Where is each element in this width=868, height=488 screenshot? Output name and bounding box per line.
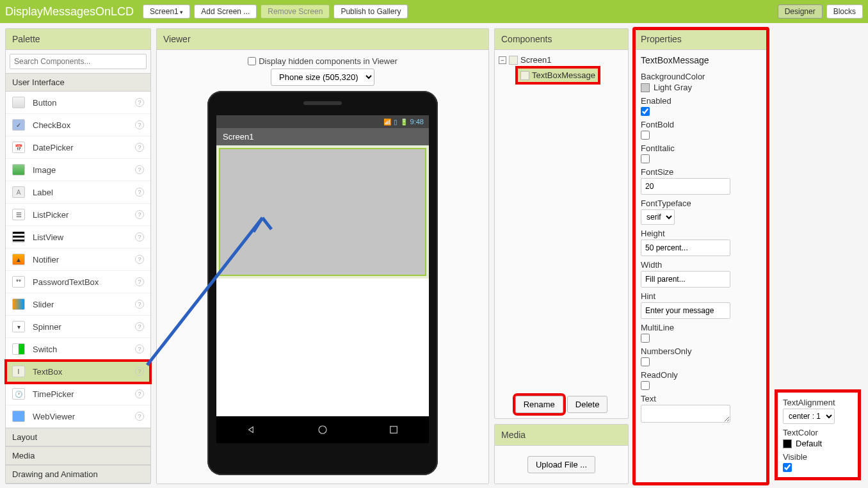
palette-item-checkbox[interactable]: ✓CheckBox? (6, 114, 150, 136)
designer-tab[interactable]: Designer (778, 4, 823, 19)
category-drawing[interactable]: Drawing and Animation (6, 465, 150, 484)
display-hidden-label: Display hidden components in Viewer (259, 56, 398, 66)
properties-header: Properties (634, 29, 768, 50)
palette-item-slider[interactable]: Slider? (6, 293, 150, 316)
palette-item-listpicker[interactable]: ☰ListPicker? (6, 204, 150, 226)
help-icon[interactable]: ? (135, 232, 144, 241)
help-icon[interactable]: ? (135, 412, 144, 421)
palette-panel: Palette User Interface Button? ✓CheckBox… (5, 28, 151, 484)
prop-text: Text (641, 394, 761, 423)
tree-label: Screen1 (520, 55, 551, 65)
notifier-icon: ▲ (12, 254, 25, 265)
help-icon[interactable]: ? (135, 255, 144, 264)
display-hidden-checkbox[interactable]: Display hidden components in Viewer (248, 56, 398, 66)
enabled-checkbox[interactable] (641, 107, 650, 116)
tree-row-textboxmessage[interactable]: TextBoxMessage (518, 69, 598, 82)
rename-button[interactable]: Rename (515, 396, 563, 413)
palette-item-datepicker[interactable]: 📅DatePicker? (6, 136, 150, 159)
textalignment-select[interactable]: center : 1 (783, 409, 835, 424)
palette-item-listview[interactable]: ListView? (6, 226, 150, 248)
prop-label: Height (641, 229, 761, 238)
add-screen-button[interactable]: Add Screen ... (194, 4, 257, 19)
palette-label: DatePicker (33, 143, 74, 152)
palette-item-notifier[interactable]: ▲Notifier? (6, 248, 150, 271)
prop-multiline: MultiLine (641, 323, 761, 343)
tree-collapse-icon[interactable]: − (499, 56, 506, 64)
tree-label: TextBoxMessage (532, 70, 595, 80)
fonttypeface-select[interactable]: serif (641, 209, 675, 225)
readonly-checkbox[interactable] (641, 381, 650, 390)
height-input[interactable] (641, 240, 730, 256)
text-input[interactable] (641, 405, 730, 423)
hint-input[interactable] (641, 302, 730, 319)
help-icon[interactable]: ? (135, 322, 144, 331)
palette-item-spinner[interactable]: ▾Spinner? (6, 316, 150, 338)
category-media[interactable]: Media (6, 446, 150, 465)
prop-backgroundcolor: BackgroundColor Light Gray (641, 72, 761, 92)
svg-point-0 (319, 426, 326, 434)
media-header: Media (495, 425, 628, 446)
help-icon[interactable]: ? (135, 345, 144, 354)
prop-fontbold: FontBold (641, 120, 761, 140)
publish-button[interactable]: Publish to Gallery (334, 4, 408, 19)
numbersonly-checkbox[interactable] (641, 357, 650, 366)
palette-label: Label (33, 188, 53, 197)
screen-dropdown[interactable]: Screen1 (143, 4, 190, 19)
palette-item-passwordtextbox[interactable]: **PasswordTextBox? (6, 271, 150, 293)
palette-item-switch[interactable]: Switch? (6, 338, 150, 361)
phone-navbar (216, 416, 429, 443)
help-icon[interactable]: ? (135, 143, 144, 152)
visible-checkbox[interactable] (783, 463, 792, 472)
search-components-input[interactable] (10, 54, 147, 69)
delete-button[interactable]: Delete (567, 396, 608, 413)
phone-mockup: 📶 ▯ 🔋 9:48 Screen1 (207, 91, 438, 475)
palette-item-timepicker[interactable]: 🕐TimePicker? (6, 383, 150, 405)
palette-label: CheckBox (33, 120, 70, 130)
category-layout[interactable]: Layout (6, 428, 150, 446)
display-hidden-input[interactable] (248, 57, 256, 65)
prop-hint: Hint (641, 291, 761, 319)
tree-row-screen1[interactable]: − Screen1 (499, 54, 624, 66)
palette-item-webviewer[interactable]: WebViewer? (6, 405, 150, 428)
upload-file-button[interactable]: Upload File ... (527, 456, 595, 473)
fontbold-checkbox[interactable] (641, 131, 650, 140)
signal-icon: ▯ (394, 118, 398, 126)
prop-label: FontItalic (641, 143, 761, 153)
blocks-tab[interactable]: Blocks (826, 4, 863, 19)
help-icon[interactable]: ? (135, 165, 144, 174)
palette-item-textbox[interactable]: ITextBox? (6, 361, 150, 383)
palette-item-label[interactable]: ALabel? (6, 181, 150, 204)
backgroundcolor-picker[interactable]: Light Gray (641, 83, 761, 92)
help-icon[interactable]: ? (135, 300, 144, 309)
palette-label: Spinner (33, 322, 61, 332)
palette-label: ListView (33, 232, 63, 242)
help-icon[interactable]: ? (135, 98, 144, 107)
phone-size-select[interactable]: Phone size (505,320) (271, 69, 374, 86)
palette-item-image[interactable]: Image? (6, 159, 150, 181)
help-icon[interactable]: ? (135, 120, 144, 129)
textbox-preview[interactable] (219, 148, 426, 276)
multiline-checkbox[interactable] (641, 334, 650, 343)
help-icon[interactable]: ? (135, 277, 144, 286)
phone-screen[interactable]: 📶 ▯ 🔋 9:48 Screen1 (216, 115, 429, 443)
help-icon[interactable]: ? (135, 188, 144, 197)
listview-icon (12, 231, 25, 243)
category-user-interface[interactable]: User Interface (6, 73, 150, 92)
help-icon[interactable]: ? (135, 367, 144, 376)
button-icon (12, 97, 25, 108)
nav-back-icon (246, 424, 257, 435)
width-input[interactable] (641, 271, 730, 288)
timepicker-icon: 🕐 (12, 388, 25, 400)
prop-enabled: Enabled (641, 96, 761, 116)
textcolor-picker[interactable]: Default (783, 439, 853, 448)
properties-body: TextBoxMessage BackgroundColor Light Gra… (634, 50, 768, 428)
palette-item-button[interactable]: Button? (6, 92, 150, 114)
textbox-icon (520, 71, 529, 80)
help-icon[interactable]: ? (135, 389, 144, 398)
help-icon[interactable]: ? (135, 210, 144, 219)
prop-textcolor: TextColor Default (783, 428, 853, 448)
spinner-icon: ▾ (12, 321, 25, 332)
fontsize-input[interactable] (641, 178, 730, 195)
palette-label: TimePicker (33, 389, 74, 399)
fontitalic-checkbox[interactable] (641, 154, 650, 163)
